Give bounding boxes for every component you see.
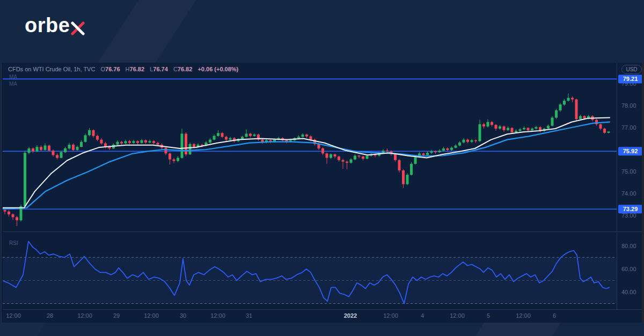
close-value: 76.82 — [178, 66, 193, 72]
open-value: 76.76 — [105, 66, 120, 72]
chart-canvas[interactable]: 79.0078.0077.0075.0074.0073.0080.0060.00… — [3, 63, 642, 323]
logo-x-icon — [71, 21, 85, 35]
orbex-logo: orbe — [25, 14, 85, 37]
close-label: C — [173, 66, 178, 72]
change-value: +0.06 (+0.08%) — [197, 66, 238, 72]
price-hlines — [3, 79, 617, 209]
price-axis[interactable] — [617, 63, 642, 309]
high-value: 76.82 — [130, 66, 145, 72]
ma-indicator-label: MA — [9, 81, 17, 87]
orbex-chart-banner: orbe CFDs on WTI Crude Oil, 1h, TVC O76.… — [0, 0, 644, 336]
high-label: H — [126, 66, 130, 72]
chart-widget[interactable]: CFDs on WTI Crude Oil, 1h, TVC O76.76 H7… — [2, 63, 642, 323]
logo-text: orbe — [25, 14, 70, 37]
symbol-title: CFDs on WTI Crude Oil, 1h, TVC — [8, 66, 95, 72]
candles-layer — [4, 93, 610, 226]
time-axis[interactable] — [3, 310, 642, 323]
ma-indicator-label: MA — [9, 74, 17, 80]
chart-legend: CFDs on WTI Crude Oil, 1h, TVC O76.76 H7… — [8, 66, 238, 72]
open-label: O — [100, 66, 105, 72]
low-value: 76.74 — [153, 66, 168, 72]
rsi-indicator-label: RSI — [9, 240, 18, 246]
